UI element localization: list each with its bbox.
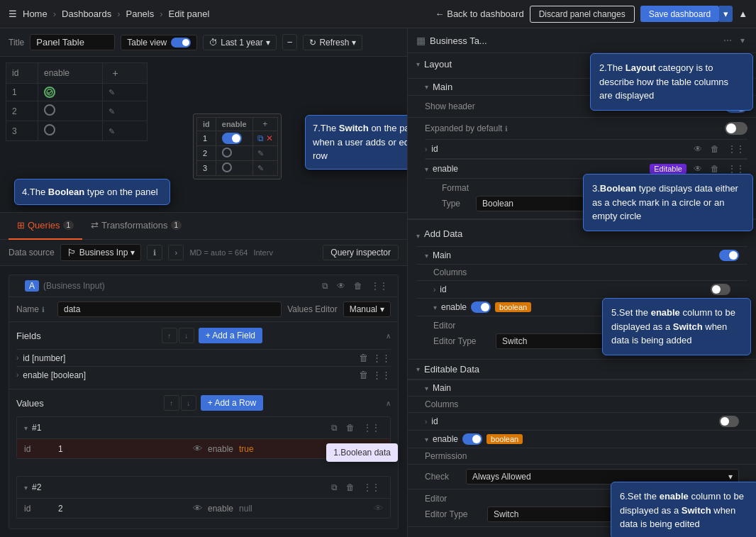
edit-icon[interactable]: ✎ — [109, 88, 115, 96]
add-field-button[interactable]: + Add a Field — [199, 328, 262, 343]
breadcrumb-home[interactable]: Home — [23, 9, 48, 19]
title-input[interactable] — [30, 34, 115, 50]
refresh-button[interactable]: ↻ Refresh ▾ — [303, 35, 362, 50]
boolean-type-tooltip: 4.The Boolean type on the panel — [14, 179, 170, 206]
query-section-header[interactable]: ▾ A (Business Input) ⧉ 👁 🗑 ⋮⋮ — [9, 275, 398, 297]
delete-field-button[interactable]: 🗑 — [359, 370, 368, 380]
editable-data-chevron-icon: ▾ — [416, 365, 420, 373]
delete-row-button[interactable]: 🗑 — [343, 421, 357, 434]
sort-up-values-button[interactable]: ↑ — [164, 395, 179, 411]
value-item-2-header[interactable]: ▾ #2 ⧉ 🗑 ⋮⋮ — [17, 477, 390, 498]
mini-close-icon[interactable]: ✕ — [266, 133, 273, 143]
edit-icon[interactable]: ✎ — [109, 127, 115, 135]
toggle-visibility-button[interactable]: 👁 — [334, 279, 348, 292]
datasource-chevron: ▾ — [130, 248, 135, 258]
collapse-values-button[interactable]: ∧ — [386, 399, 391, 407]
add-data-enable-toggle[interactable] — [471, 301, 491, 313]
values-editor-select[interactable]: Manual ▾ — [343, 301, 391, 317]
delete-query-button[interactable]: 🗑 — [351, 279, 365, 292]
drag-row-handle[interactable]: ⋮⋮ — [360, 421, 383, 434]
name-input[interactable] — [57, 301, 282, 317]
edit-icon[interactable]: ✎ — [109, 107, 115, 116]
panel-header: Title Table view ⏱ Last 1 year ▾ − ↻ Ref… — [0, 28, 407, 57]
delete-field-button[interactable]: 🗑 — [359, 353, 368, 363]
panel-icon: ▦ — [416, 35, 426, 46]
add-data-header: ▾ Add Data ▾ Main Columns — [408, 219, 756, 359]
mini-add-col-button[interactable]: + — [262, 119, 267, 129]
table-view-switch[interactable] — [171, 38, 191, 48]
mini-edit-icon[interactable]: ✎ — [257, 149, 264, 157]
expanded-toggle[interactable] — [725, 122, 747, 135]
add-data-id-toggle[interactable] — [711, 284, 730, 295]
zoom-out-button[interactable]: − — [282, 34, 298, 50]
breadcrumb-dashboards[interactable]: Dashboards — [62, 9, 111, 19]
hamburger-button[interactable]: ☰ — [9, 9, 17, 19]
main-label: Main — [433, 82, 452, 92]
hide-enable-2-button[interactable]: 👁 — [374, 503, 383, 514]
col-id-delete[interactable]: 🗑 — [708, 143, 722, 155]
col-id-drag[interactable]: ⋮⋮ — [725, 143, 747, 155]
collapse-fields-button[interactable]: ∧ — [386, 332, 391, 340]
expand-button[interactable]: › — [168, 245, 184, 260]
visibility-2-button[interactable]: 👁 — [193, 503, 202, 514]
save-dropdown-button[interactable]: ▾ — [719, 6, 733, 22]
col-enable-header: enable — [38, 63, 102, 84]
check-circle-icon — [44, 87, 55, 98]
editable-id-toggle[interactable] — [719, 416, 739, 427]
field-chevron-icon: › — [16, 354, 18, 362]
mini-table: id enable + 1 — [196, 117, 278, 176]
sort-buttons-values: ↑ ↓ — [164, 395, 196, 411]
tab-transformations[interactable]: ⇄ Transformations 1 — [82, 213, 190, 240]
editable-enable-toggle[interactable] — [462, 433, 482, 445]
query-inspector-button[interactable]: Query inspector — [323, 245, 399, 260]
delete-row-2-button[interactable]: 🗑 — [343, 481, 357, 494]
table-view-toggle[interactable]: Table view — [121, 35, 197, 50]
mini-edit-icon[interactable]: ✎ — [257, 164, 264, 172]
sort-down-button[interactable]: ↓ — [179, 328, 194, 343]
info-button[interactable]: ℹ — [147, 245, 162, 260]
sort-up-button[interactable]: ↑ — [162, 328, 177, 343]
editable-data-header[interactable]: ▾ Editable Data — [408, 360, 756, 380]
drag-row-2-handle[interactable]: ⋮⋮ — [360, 481, 383, 494]
breadcrumb-panels[interactable]: Panels — [126, 9, 154, 19]
empty-circle-icon — [44, 124, 55, 135]
drag-handle[interactable]: ⋮⋮ — [368, 279, 391, 292]
collapse-button[interactable]: ▲ — [738, 9, 747, 19]
add-column-button[interactable]: + — [109, 66, 123, 80]
drag-field-handle[interactable]: ⋮⋮ — [372, 353, 391, 363]
tab-queries[interactable]: ⊞ Queries 1 — [9, 213, 82, 240]
query-bar: Data source 🏳 Business Inp ▾ ℹ › MD = au… — [0, 240, 407, 266]
top-bar-right: ← Back to dashboard Discard panel change… — [435, 6, 747, 23]
mini-copy-icon[interactable]: ⧉ — [257, 133, 264, 143]
save-dashboard-button[interactable]: Save dashboard — [640, 6, 719, 22]
right-header-collapse[interactable]: ▾ — [738, 34, 747, 47]
visibility-button[interactable]: 👁 — [193, 443, 202, 454]
add-data-main-toggle[interactable] — [719, 250, 739, 261]
editable-id-label: id — [431, 416, 438, 426]
save-button-group: Save dashboard ▾ — [640, 6, 733, 22]
query-meta: MD = auto = 664 — [189, 248, 248, 257]
time-range-button[interactable]: ⏱ Last 1 year ▾ — [203, 35, 276, 50]
fields-section: Fields ↑ ↓ + Add a Field ∧ › — [9, 321, 398, 389]
left-panel: Title Table view ⏱ Last 1 year ▾ − ↻ Ref… — [0, 28, 408, 537]
boolean-display-tooltip: 3.Boolean type displays data either as a… — [583, 174, 753, 231]
copy-query-button[interactable]: ⧉ — [319, 279, 331, 292]
col-id-visibility[interactable]: 👁 — [691, 143, 705, 155]
table-row: 2 ✎ — [197, 146, 278, 161]
values-header: Values ↑ ↓ + Add a Row ∧ — [16, 395, 391, 411]
drag-field-handle[interactable]: ⋮⋮ — [372, 370, 391, 380]
flag-icon: 🏳 — [67, 247, 77, 258]
add-data-main-label: Main — [433, 250, 451, 260]
value-item-1-header[interactable]: ▾ #1 ⧉ 🗑 ⋮⋮ — [17, 417, 390, 438]
copy-row-button[interactable]: ⧉ — [328, 421, 340, 434]
right-header-action-1[interactable]: ⋯ — [721, 34, 735, 47]
back-to-dashboard-button[interactable]: ← Back to dashboard — [435, 9, 524, 19]
table-row: 2 ✎ — [6, 101, 148, 121]
datasource-select[interactable]: 🏳 Business Inp ▾ — [60, 244, 142, 261]
transformations-badge: 1 — [171, 221, 182, 230]
discard-changes-button[interactable]: Discard panel changes — [530, 6, 635, 23]
copy-row-2-button[interactable]: ⧉ — [328, 481, 340, 494]
add-row-button[interactable]: + Add a Row — [201, 395, 263, 411]
sort-down-values-button[interactable]: ↓ — [181, 395, 196, 411]
mini-toggle-on[interactable] — [222, 133, 242, 144]
